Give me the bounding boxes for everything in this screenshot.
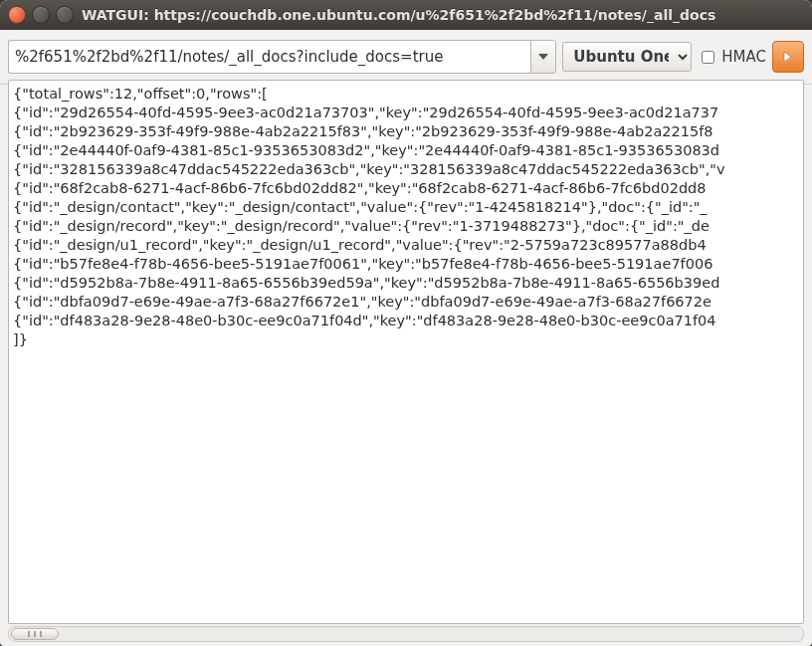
url-input[interactable] [8, 40, 530, 74]
window-control-group [8, 6, 74, 24]
horizontal-scrollbar-thumb[interactable] [11, 628, 59, 640]
window-title: WATGUI: https://couchdb.one.ubuntu.com/u… [82, 7, 804, 23]
maximize-window-button[interactable] [56, 6, 74, 24]
hmac-label: HMAC [721, 48, 766, 66]
chevron-down-icon [538, 54, 548, 60]
response-text[interactable]: {"total_rows":12,"offset":0,"rows":[ {"i… [9, 81, 803, 353]
response-viewer: {"total_rows":12,"offset":0,"rows":[ {"i… [8, 80, 804, 624]
close-window-button[interactable] [8, 6, 26, 24]
app-window: WATGUI: https://couchdb.one.ubuntu.com/u… [0, 0, 812, 646]
minimize-window-button[interactable] [32, 6, 50, 24]
toolbar: Ubuntu One HMAC [0, 30, 812, 85]
hmac-checkbox[interactable] [702, 51, 714, 64]
hmac-toggle[interactable]: HMAC [698, 48, 766, 67]
horizontal-scrollbar[interactable] [8, 626, 804, 642]
go-button[interactable] [772, 41, 804, 73]
url-history-dropdown-button[interactable] [530, 40, 556, 74]
title-bar: WATGUI: https://couchdb.one.ubuntu.com/u… [0, 0, 812, 30]
arrow-right-icon [781, 50, 795, 64]
url-combo [8, 40, 556, 74]
provider-select[interactable]: Ubuntu One [562, 42, 692, 72]
